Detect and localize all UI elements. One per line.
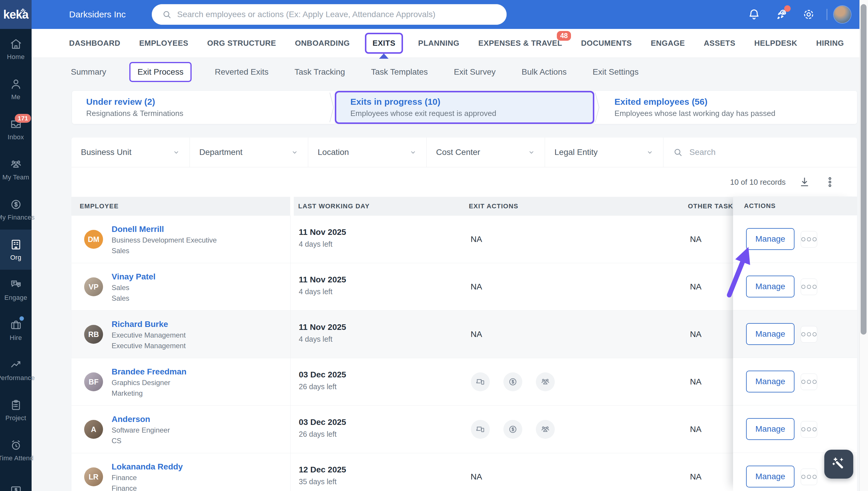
sidebar-item-inbox[interactable]: Inbox 171 [0, 109, 32, 149]
tab-planning[interactable]: PLANNING [418, 39, 459, 48]
employee-name-link[interactable]: Lokananda Reddy [112, 462, 183, 471]
sidebar-item-hire[interactable]: Hire [0, 310, 32, 350]
search-icon [673, 147, 683, 157]
sidebar-item-org[interactable]: Org [0, 230, 32, 270]
kebab-horizontal-icon[interactable] [801, 326, 817, 343]
keka-logo[interactable]: keka [0, 0, 32, 29]
sidebar-item-my-team[interactable]: My Team [0, 149, 32, 190]
tab-dashboard[interactable]: DASHBOARD [69, 39, 120, 48]
manage-button[interactable]: Manage [746, 323, 794, 345]
sidebar-item-my-finances[interactable]: My Finances [0, 190, 32, 230]
stage-title: Under review (2) [86, 97, 329, 107]
subtab-task-tracking[interactable]: Task Tracking [295, 67, 345, 77]
days-left: 26 days left [299, 382, 337, 391]
days-left: 4 days left [299, 240, 332, 249]
sidebar-item-performance[interactable]: Performance [0, 350, 32, 390]
tab-org-structure[interactable]: ORG STRUCTURE [207, 39, 276, 48]
rocket-icon[interactable] [775, 8, 788, 21]
tab-documents[interactable]: DOCUMENTS [581, 39, 632, 48]
subtab-exit-settings[interactable]: Exit Settings [592, 67, 639, 77]
tab-helpdesk[interactable]: HELPDESK [754, 39, 797, 48]
magic-wand-button[interactable] [824, 450, 853, 479]
subtab-summary[interactable]: Summary [71, 67, 106, 77]
tab-expenses-travel[interactable]: EXPENSES & TRAVEL 48 [478, 39, 562, 48]
kebab-horizontal-icon[interactable] [801, 421, 817, 438]
tab-employees[interactable]: EMPLOYEES [139, 39, 188, 48]
filter-legal-entity[interactable]: Legal Entity [545, 138, 664, 167]
sidebar-item-label: Performance [0, 374, 35, 382]
col-employee: EMPLOYEE [80, 197, 119, 216]
bell-icon[interactable] [747, 8, 761, 21]
exit-actions-value: NA [471, 329, 482, 339]
manage-button[interactable]: Manage [746, 228, 794, 250]
payout-icon[interactable] [503, 372, 522, 391]
sidebar-item-project[interactable]: Project [0, 390, 32, 430]
keka-app: keka Darksiders Inc DASHBOARD EMPLOYEES [0, 0, 868, 491]
employee-name-link[interactable]: Donell Merrill [112, 225, 164, 234]
stage-card-exits-in-progress[interactable]: Exits in progress (10) Employees whose e… [335, 91, 595, 124]
exit-actions-value: NA [471, 282, 482, 291]
search-icon [162, 9, 172, 20]
filter-department[interactable]: Department [190, 138, 308, 167]
manage-button[interactable]: Manage [746, 371, 794, 393]
other-tasks-value: NA [690, 282, 701, 291]
subtab-exit-process[interactable]: Exit Process [132, 66, 189, 78]
payout-icon[interactable] [503, 420, 522, 439]
last-working-day: 03 Dec 2025 [299, 417, 346, 427]
global-search[interactable] [152, 4, 507, 25]
employee-name-link[interactable]: Vinay Patel [112, 272, 156, 282]
table-search-input[interactable] [689, 147, 848, 157]
kebab-vertical-icon[interactable] [823, 176, 836, 189]
tab-expenses-travel-label: EXPENSES & TRAVEL [478, 39, 562, 48]
tab-engage[interactable]: ENGAGE [651, 39, 685, 48]
kebab-horizontal-icon[interactable] [801, 279, 817, 295]
filter-label: Business Unit [81, 148, 131, 157]
avatar: RB [84, 325, 103, 344]
scrollbar[interactable] [860, 0, 868, 491]
sidebar-item-payroll-partial[interactable] [0, 470, 32, 491]
sidebar-item-home[interactable]: Home [0, 29, 32, 69]
other-tasks-value: NA [690, 235, 701, 244]
sidebar-item-me[interactable]: Me [0, 69, 32, 109]
other-tasks-value: NA [690, 329, 701, 339]
download-icon[interactable] [798, 176, 811, 189]
exit-stage-cards: Under review (2) Resignations & Terminat… [72, 91, 857, 124]
filter-cost-center[interactable]: Cost Center [427, 138, 545, 167]
people-icon[interactable] [536, 420, 555, 439]
employee-department: CS [112, 437, 121, 445]
manage-button[interactable]: Manage [746, 276, 794, 297]
sidebar-item-label: Hire [10, 334, 22, 342]
sidebar-item-time-attend[interactable]: Time Attend [0, 430, 32, 470]
exit-process-annotation-box: Exit Process [129, 62, 192, 82]
people-icon[interactable] [536, 372, 555, 391]
tab-exits[interactable]: EXITS [369, 37, 399, 49]
filter-location[interactable]: Location [308, 138, 427, 167]
subtab-bulk-actions[interactable]: Bulk Actions [522, 67, 567, 77]
manage-button[interactable]: Manage [746, 418, 794, 440]
stage-card-under-review[interactable]: Under review (2) Resignations & Terminat… [72, 91, 329, 124]
employee-name-link[interactable]: Brandee Freedman [112, 367, 187, 376]
kebab-horizontal-icon[interactable] [801, 469, 817, 485]
global-search-input[interactable] [176, 9, 501, 20]
kebab-horizontal-icon[interactable] [801, 374, 817, 390]
gear-icon[interactable] [802, 8, 815, 21]
tab-onboarding[interactable]: ONBOARDING [295, 39, 350, 48]
employee-name-link[interactable]: Anderson [112, 414, 150, 424]
kebab-horizontal-icon[interactable] [801, 231, 817, 248]
subtab-task-templates[interactable]: Task Templates [371, 67, 428, 77]
employee-name-link[interactable]: Richard Burke [112, 320, 168, 329]
tab-hiring[interactable]: HIRING [816, 39, 844, 48]
user-avatar[interactable] [834, 6, 851, 23]
filter-business-unit[interactable]: Business Unit [72, 138, 190, 167]
subtab-reverted-exits[interactable]: Reverted Exits [215, 67, 269, 77]
subtab-exit-survey[interactable]: Exit Survey [454, 67, 496, 77]
sidebar-item-engage[interactable]: Engage [0, 270, 32, 310]
employee-department: Marketing [112, 389, 143, 398]
devices-icon[interactable] [471, 372, 490, 391]
tab-assets[interactable]: ASSETS [704, 39, 735, 48]
scrollbar-thumb[interactable] [861, 4, 867, 335]
devices-icon[interactable] [471, 420, 490, 439]
manage-button[interactable]: Manage [746, 466, 794, 488]
stage-card-exited-employees[interactable]: Exited employees (56) Employees whose la… [600, 91, 857, 124]
table-search[interactable] [664, 138, 857, 167]
